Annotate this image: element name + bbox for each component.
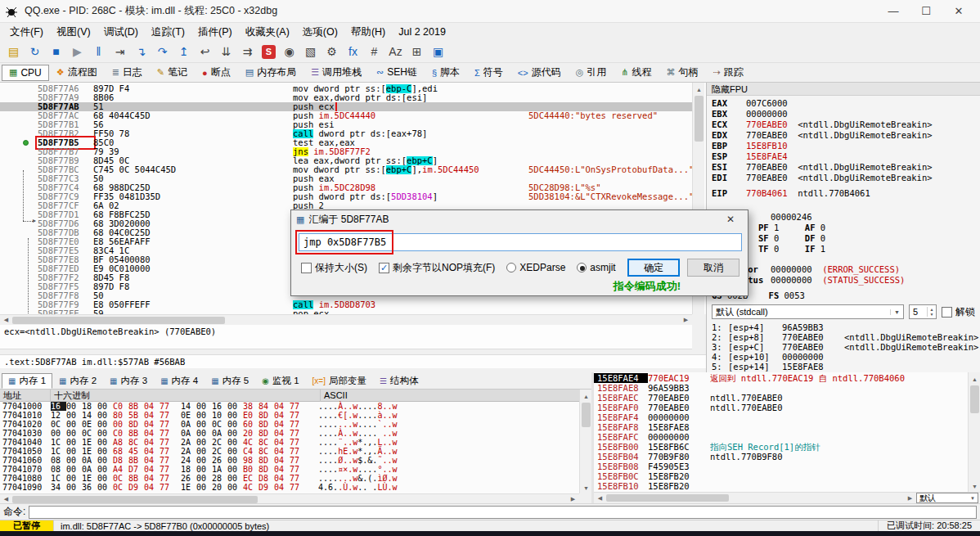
tab-notes[interactable]: ✎笔记: [150, 63, 195, 82]
step-out-icon[interactable]: ↥: [173, 43, 194, 61]
nop-fill-checkbox[interactable]: ✓ 剩余字节以NOP填充(F): [379, 261, 495, 275]
animate-into-icon[interactable]: ⇊: [216, 43, 236, 61]
memory-row[interactable]: 770410200C000E00008D04770A000C00608D0477…: [0, 420, 579, 429]
disasm-row[interactable]: 5D8F77A98B06mov eax,dword ptr ds:[esi]: [0, 93, 692, 102]
menu-debug[interactable]: 调试(D): [97, 24, 145, 41]
scroll-thumb[interactable]: [695, 96, 704, 142]
stack-vscrollbar[interactable]: ▲ ▼: [968, 372, 980, 492]
xedparse-radio[interactable]: XEDParse: [506, 262, 565, 273]
tab-trace[interactable]: ⇢跟踪: [706, 63, 751, 82]
scroll-thumb[interactable]: [970, 385, 979, 413]
memory-row[interactable]: 7704101012001400805B04770E001000E08D0477…: [0, 411, 579, 420]
tab-call-stack[interactable]: ☰调用堆栈: [303, 63, 369, 82]
memtab-dump4[interactable]: ▦内存 4: [154, 373, 205, 389]
step-into-icon[interactable]: ↴: [131, 43, 151, 61]
stack-row[interactable]: 15E8FB1015E8FB20: [594, 481, 968, 491]
scroll-down-icon[interactable]: ▼: [969, 480, 980, 492]
menu-file[interactable]: 文件(F): [3, 24, 50, 41]
scroll-thumb[interactable]: [582, 403, 591, 427]
snapshot-icon[interactable]: ◉: [279, 43, 299, 61]
menu-options[interactable]: 选项(O): [296, 24, 344, 41]
stack-row[interactable]: 15E8FAF0770EABE0ntdll.770EABE0: [594, 403, 968, 412]
memtab-dump3[interactable]: ▦内存 3: [103, 373, 154, 389]
memtab-struct[interactable]: ☰结构体: [373, 373, 425, 389]
flags-row[interactable]: CF 0 TF 0 IF 1: [712, 244, 980, 254]
stack-row[interactable]: 15E8FB0015E8FB6C指向SEH_Record[1]的指针: [594, 442, 968, 452]
menu-plugins[interactable]: 插件(P): [191, 24, 239, 41]
stack-row[interactable]: 15E8FAEC770EABE0ntdll.770EABE0: [594, 393, 968, 403]
memory-row[interactable]: 77041090340036000CD904771E0020004CD90477…: [0, 483, 579, 492]
menu-help[interactable]: 帮助(H): [344, 24, 392, 41]
pause-icon[interactable]: ‖: [88, 43, 109, 61]
disasm-hscrollbar[interactable]: ◀ ▶: [0, 314, 692, 325]
args-depth-spinner[interactable]: 5 ▲ ▼: [909, 304, 937, 319]
tab-source[interactable]: <>源代码: [510, 63, 569, 82]
stack-row[interactable]: 15E8FB0C15E8FB20: [594, 471, 968, 481]
font-icon[interactable]: Az: [385, 43, 406, 61]
keep-size-checkbox[interactable]: 保持大小(S): [301, 261, 367, 275]
argument-row[interactable]: 1:[esp+4]96A59BB3: [712, 322, 980, 332]
run-icon[interactable]: ▶: [67, 43, 88, 61]
spin-down-icon[interactable]: ▼: [928, 312, 936, 317]
disasm-row[interactable]: 5D8F77AC68 4044C45Dpush im.5DC444405DC44…: [0, 111, 692, 120]
register-row[interactable]: EFLAGS00000246: [712, 212, 980, 223]
argument-row[interactable]: 4:[esp+10]00000000: [712, 352, 980, 362]
memtab-locals[interactable]: [x=]局部变量: [306, 373, 373, 389]
memory-row[interactable]: 770410501C001E00684504772A002C00C48C0477…: [0, 447, 579, 456]
ok-button[interactable]: 确定: [627, 259, 680, 277]
scroll-thumb[interactable]: [12, 496, 258, 503]
stack-row[interactable]: 15E8FB04770B9F80ntdll.770B9F80: [594, 452, 968, 462]
scroll-right-icon[interactable]: ▶: [904, 493, 916, 503]
memory-row[interactable]: 7704103000000C00C08B04770A000A00208D0477…: [0, 429, 579, 438]
scroll-left-icon[interactable]: ◀: [0, 315, 12, 326]
flags-row[interactable]: ZF 1 PF 1 AF 0: [712, 223, 980, 233]
menu-trace[interactable]: 追踪(T): [145, 24, 191, 41]
tab-seh[interactable]: ∾SEH链: [369, 63, 425, 82]
dump-vscrollbar[interactable]: ▲ ▼: [579, 390, 591, 493]
scroll-up-icon[interactable]: ▲: [969, 374, 980, 385]
register-row[interactable]: LastStatus00000000 (STATUS_SUCCESS): [712, 275, 980, 286]
disasm-row[interactable]: 5D8F77F9E8 050FFEFFcall im.5D8D8703: [0, 300, 692, 309]
register-row[interactable]: ECX770EABE0 <ntdll.DbgUiRemoteBreakin>: [712, 119, 980, 130]
stop-icon[interactable]: ■: [46, 43, 66, 61]
register-row[interactable]: EDX770EABE0 <ntdll.DbgUiRemoteBreakin>: [712, 130, 980, 141]
tab-threads[interactable]: ⋔线程: [614, 63, 659, 82]
scroll-down-icon[interactable]: ▼: [580, 482, 592, 493]
memory-row[interactable]: 7704107008000A00A4D7047718001A00B08D0477…: [0, 465, 579, 474]
register-row[interactable]: ESP15E8FAE4: [712, 151, 980, 162]
scroll-up-icon[interactable]: ▲: [580, 391, 592, 403]
step-over-icon[interactable]: ↷: [152, 43, 173, 61]
hide-fpu-toggle[interactable]: 隐藏FPU: [707, 83, 980, 96]
run-to-cursor-icon[interactable]: ⇥: [110, 43, 130, 61]
register-row[interactable]: LastError00000000 (ERROR_SUCCESS): [712, 264, 980, 275]
stack-row[interactable]: 15E8FAFC00000000: [594, 432, 968, 442]
settings-gear-icon[interactable]: ⚙: [321, 43, 342, 61]
stack-mode-select[interactable]: 默认 ▼: [916, 493, 978, 503]
restart-icon[interactable]: ↻: [25, 43, 45, 61]
argument-row[interactable]: 2:[esp+8]770EABE0<ntdll.DbgUiRemoteBreak…: [712, 332, 980, 342]
register-row[interactable]: EAX007C6000: [712, 98, 980, 109]
argument-row[interactable]: 5:[esp+14]15E8FAE8: [712, 362, 980, 372]
disasm-row[interactable]: 5D8F77BCC745 0C 5044C45Dmov dword ptr ss…: [0, 165, 692, 174]
memtab-dump2[interactable]: ▦内存 2: [52, 373, 103, 389]
animate-over-icon[interactable]: ⇉: [237, 43, 258, 61]
patch-icon[interactable]: ▧: [300, 43, 321, 61]
minimize-button[interactable]: —: [877, 1, 910, 22]
script-icon[interactable]: S: [262, 45, 276, 59]
scroll-up-icon[interactable]: ▲: [693, 84, 705, 96]
tab-handles[interactable]: ⌘句柄: [659, 63, 706, 82]
tab-log[interactable]: ≣日志: [105, 63, 150, 82]
tab-graph[interactable]: ❖流程图: [49, 63, 105, 82]
register-row[interactable]: EIP770B4061 ntdll.770B4061: [712, 188, 980, 199]
command-input[interactable]: [29, 506, 977, 519]
memory-row[interactable]: 7704106008000A00D88B047724002600988D0477…: [0, 456, 579, 465]
functions-icon[interactable]: fx: [343, 43, 363, 61]
stack-row[interactable]: 15E8FAF400000000: [594, 412, 968, 422]
tab-memory-map[interactable]: ▤内存布局: [238, 63, 303, 82]
stack-row[interactable]: 15E8FAF815E8FAE8: [594, 422, 968, 432]
cancel-button[interactable]: 取消: [687, 259, 739, 277]
hash-icon[interactable]: #: [364, 43, 384, 61]
stack-hscrollbar[interactable]: ◀ ▶: [594, 493, 916, 503]
scroll-thumb[interactable]: [12, 317, 225, 324]
calculator-icon[interactable]: ⊞: [407, 43, 427, 61]
